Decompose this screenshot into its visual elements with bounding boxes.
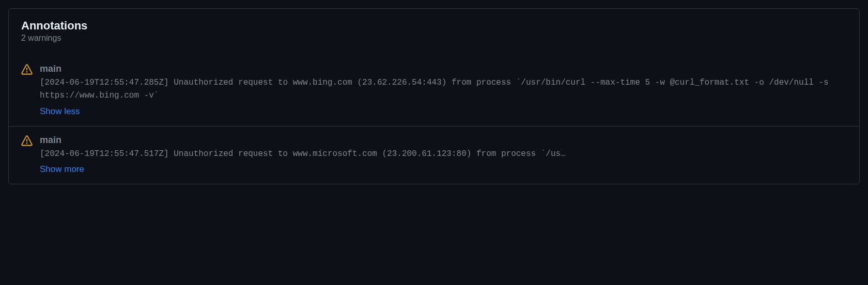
show-more-button[interactable]: Show more bbox=[40, 164, 84, 175]
show-less-button[interactable]: Show less bbox=[40, 106, 80, 117]
warning-icon bbox=[21, 64, 33, 75]
annotation-message: [2024-06-19T12:55:47.285Z] Unauthorized … bbox=[40, 76, 847, 102]
annotation-job-label: main bbox=[40, 64, 847, 74]
annotation-content: main [2024-06-19T12:55:47.285Z] Unauthor… bbox=[40, 64, 847, 117]
annotation-message: [2024-06-19T12:55:47.517Z] Unauthorized … bbox=[40, 148, 847, 161]
panel-title: Annotations bbox=[21, 19, 847, 33]
panel-header: Annotations 2 warnings bbox=[9, 9, 859, 47]
annotation-item: main [2024-06-19T12:55:47.517Z] Unauthor… bbox=[9, 126, 859, 184]
panel-subtitle: 2 warnings bbox=[21, 34, 847, 43]
annotation-job-label: main bbox=[40, 135, 847, 146]
annotation-item: main [2024-06-19T12:55:47.285Z] Unauthor… bbox=[9, 55, 859, 126]
warning-icon bbox=[21, 135, 33, 147]
annotation-list: main [2024-06-19T12:55:47.285Z] Unauthor… bbox=[9, 47, 859, 184]
annotations-panel: Annotations 2 warnings main [2024-06-19T… bbox=[8, 8, 860, 184]
annotation-content: main [2024-06-19T12:55:47.517Z] Unauthor… bbox=[40, 135, 847, 175]
